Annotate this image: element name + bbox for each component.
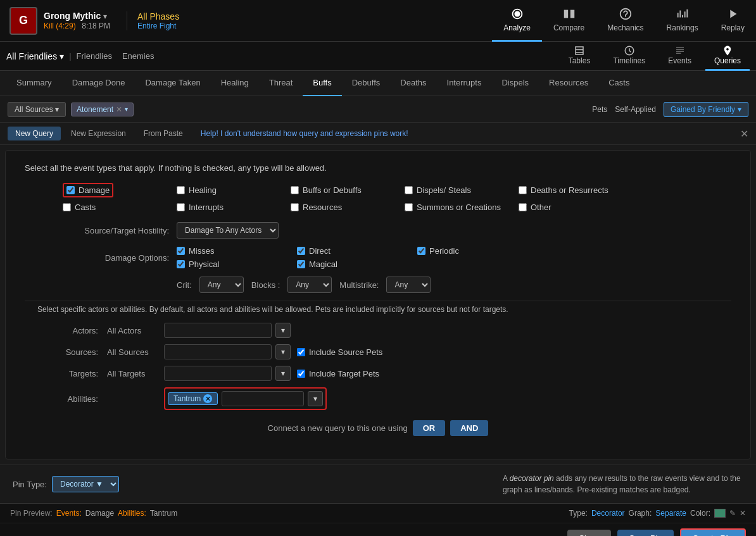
qh-tab-new-query[interactable]: New Query [8,127,61,140]
healing-checkbox[interactable] [177,186,185,194]
direct-checkbox[interactable] [297,247,305,255]
connect-label: Connect a new query to this one using [268,423,408,433]
tab-debuffs[interactable]: Debuffs [342,71,391,96]
self-applied-opt[interactable]: Self-Applied [615,105,656,114]
blocks-text-label: Blocks : [251,280,280,290]
summons-checkbox[interactable] [405,203,413,211]
misses-checkbox[interactable] [177,247,185,255]
periodic-checkbox[interactable] [417,247,425,255]
filter-right: Pets Self-Applied Gained By Friendly ▾ [592,102,748,117]
sources-input[interactable] [164,344,272,359]
resources-checkbox[interactable] [291,203,299,211]
abilities-input[interactable] [222,391,304,406]
tab-casts[interactable]: Casts [598,71,639,96]
nav2-enemies[interactable]: Enemies [122,51,154,61]
sources-chevron: ▾ [55,105,59,114]
atonement-tag-close[interactable]: ✕ [116,105,122,114]
tab-resources[interactable]: Resources [539,71,598,96]
tab-summary[interactable]: Summary [6,71,62,96]
tab-threat[interactable]: Threat [259,71,303,96]
physical-opt: Physical [177,259,278,269]
query-close-btn[interactable]: ✕ [740,128,748,140]
include-target-pets-checkbox[interactable] [297,370,305,378]
filter-bar: All Sources ▾ Atonement ✕ ▾ Pets Self-Ap… [0,96,756,123]
physical-checkbox[interactable] [177,260,185,268]
nav-compare[interactable]: Compare [542,0,596,42]
pin-section: Pin Type: Decorator ▼ A decorator pin ad… [0,464,756,503]
tab-interrupts[interactable]: Interrupts [437,71,492,96]
actors-row: Actors: All Actors ▾ [25,323,731,338]
sec-tables[interactable]: Tables [560,42,600,71]
qh-tab-new-expression[interactable]: New Expression [63,127,134,140]
svg-rect-4 [676,47,684,48]
pets-opt[interactable]: Pets [592,105,607,114]
nav-mechanics[interactable]: Mechanics [596,0,655,42]
sec-queries[interactable]: Queries [705,42,750,71]
help-link[interactable]: Help! I don't understand how query and e… [201,129,408,138]
include-source-pets-checkbox[interactable] [297,348,305,356]
targets-dropdown-btn[interactable]: ▾ [275,366,291,381]
close-button[interactable]: Close [567,530,611,536]
and-button[interactable]: AND [450,420,488,436]
dispels-checkbox[interactable] [405,186,413,194]
tab-damage-taken[interactable]: Damage Taken [135,71,210,96]
friendlies-selector[interactable]: All Friendlies ▾ [6,51,64,61]
tab-deaths[interactable]: Deaths [390,71,436,96]
nav-analyze[interactable]: Analyze [492,0,542,42]
second-nav-icons: Tables Timelines Events Queries [560,42,750,71]
actors-input[interactable] [164,323,272,338]
tantrum-tag-close[interactable]: ✕ [203,394,212,403]
tantrum-tag: Tantrum ✕ [168,392,218,405]
tab-dispels[interactable]: Dispels [491,71,539,96]
gained-by-friendly-btn[interactable]: Gained By Friendly ▾ [664,102,748,117]
second-nav: All Friendlies ▾ | Friendlies Enemies Ta… [0,42,756,71]
crit-text-label: Crit: [177,280,192,290]
casts-checkbox[interactable] [63,203,71,211]
all-sources-btn[interactable]: All Sources ▾ [8,102,66,117]
action-buttons: Close Copy Pin Create Pin [0,523,756,536]
create-pin-button[interactable]: Create Pin [680,528,746,536]
qh-tab-from-paste[interactable]: From Paste [136,127,191,140]
tab-damage-done[interactable]: Damage Done [62,71,135,96]
phase-selector[interactable]: All Phases Entire Fight [127,11,192,30]
color-edit-icon[interactable]: ✎ [729,509,736,518]
color-swatch[interactable] [714,509,726,518]
crit-select[interactable]: Any [199,277,244,293]
copy-pin-button[interactable]: Copy Pin [617,530,674,536]
nav-replay[interactable]: Replay [710,0,756,42]
buffs-debuffs-checkbox[interactable] [291,186,299,194]
boss-name-row: Grong Mythic ▾ [44,11,110,21]
hostility-select[interactable]: Damage To Any Actors [177,222,279,239]
deaths-checkbox[interactable] [519,186,527,194]
boss-dropdown-icon[interactable]: ▾ [103,12,107,21]
pin-preview-bar: Pin Preview: Events: Damage Abilities: T… [0,503,756,523]
sec-queries-label: Queries [714,56,741,65]
event-type-resources: Resources [291,203,392,212]
abilities-dropdown-btn[interactable]: ▾ [308,391,323,406]
color-close-icon[interactable]: ✕ [740,509,746,518]
sec-timelines[interactable]: Timelines [604,42,654,71]
atonement-tag-chevron[interactable]: ▾ [125,106,128,113]
nav-rankings[interactable]: Rankings [655,0,710,42]
actors-value: All Actors [107,326,164,335]
pin-type-select[interactable]: Decorator ▼ [52,476,119,492]
actors-dropdown-btn[interactable]: ▾ [275,323,291,338]
magical-checkbox[interactable] [297,260,305,268]
tab-buffs[interactable]: Buffs [303,71,341,96]
event-type-interrupts: Interrupts [177,203,278,212]
tab-healing[interactable]: Healing [211,71,259,96]
nav-rankings-label: Rankings [667,23,698,32]
sec-events[interactable]: Events [659,42,700,71]
pin-abilities-value: Tantrum [150,509,177,518]
sources-dropdown-btn[interactable]: ▾ [275,344,291,359]
pin-events-value: Damage [85,509,114,518]
multistrike-select[interactable]: Any [386,277,431,293]
other-checkbox[interactable] [519,203,527,211]
friendlies-chevron: ▾ [60,51,64,61]
targets-input[interactable] [164,366,272,381]
interrupts-checkbox[interactable] [177,203,185,211]
or-button[interactable]: OR [413,420,446,436]
blocks-select[interactable]: Any [287,277,332,293]
damage-checkbox[interactable] [66,186,75,194]
nav2-friendlies[interactable]: Friendlies [77,51,112,61]
